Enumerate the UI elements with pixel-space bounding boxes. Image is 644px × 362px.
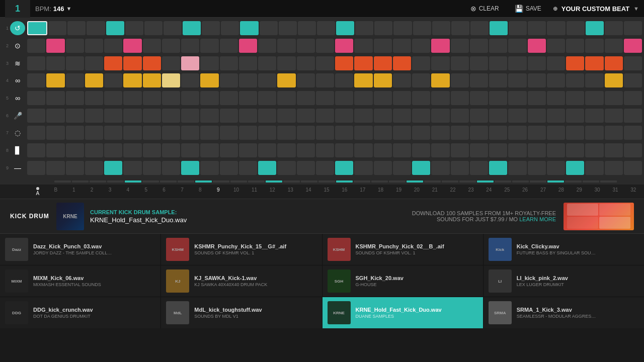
beat-number-29[interactable]: 29 [571, 187, 588, 196]
pad[interactable] [335, 91, 353, 105]
pad[interactable] [605, 39, 623, 53]
pad[interactable] [143, 126, 161, 140]
pad[interactable] [27, 91, 45, 105]
pad[interactable] [162, 39, 180, 53]
pad[interactable] [566, 39, 584, 53]
beat-number-8[interactable]: 8 [192, 187, 209, 196]
pad[interactable] [413, 21, 431, 35]
pad[interactable] [183, 21, 201, 35]
pad[interactable] [143, 161, 161, 175]
pad[interactable] [566, 126, 584, 140]
row-icon-9[interactable]: — [10, 161, 25, 175]
pad[interactable] [336, 21, 354, 35]
beat-number-28[interactable]: 28 [552, 187, 570, 196]
save-button[interactable]: 💾 SAVE [511, 3, 545, 15]
pad[interactable] [605, 56, 623, 70]
pad[interactable] [547, 143, 565, 157]
pad[interactable] [412, 143, 430, 157]
pad[interactable] [181, 91, 199, 105]
pad[interactable] [239, 161, 257, 175]
pad[interactable] [585, 143, 603, 157]
pad[interactable] [585, 56, 603, 70]
pad[interactable] [431, 143, 449, 157]
pad[interactable] [27, 126, 45, 140]
pad[interactable] [605, 143, 623, 157]
pad[interactable] [143, 109, 161, 123]
pad[interactable] [143, 143, 161, 157]
pad[interactable] [181, 126, 199, 140]
pad[interactable] [27, 143, 45, 157]
pad[interactable] [412, 161, 430, 175]
pad[interactable] [374, 143, 392, 157]
pad[interactable] [508, 39, 526, 53]
pad[interactable] [85, 161, 103, 175]
pad[interactable] [46, 126, 64, 140]
beat-number-19[interactable]: 19 [390, 187, 408, 196]
beat-number-5[interactable]: 5 [137, 187, 154, 196]
pad[interactable] [240, 21, 258, 35]
pad[interactable] [566, 143, 584, 157]
beat-name[interactable]: ⊕ YOUR CUSTOM BEAT ▼ [553, 5, 639, 13]
pad[interactable] [451, 91, 469, 105]
pad[interactable] [393, 73, 411, 87]
pad[interactable] [354, 91, 372, 105]
beat-number-32[interactable]: 32 [625, 187, 642, 196]
pad[interactable] [470, 21, 489, 35]
beat-number-B[interactable]: B [47, 187, 64, 196]
pad[interactable] [528, 56, 546, 70]
pad[interactable] [374, 91, 392, 105]
beat-number-24[interactable]: 24 [480, 187, 498, 196]
beat-number-15[interactable]: 15 [318, 187, 335, 196]
pad[interactable] [162, 56, 180, 70]
beat-number-26[interactable]: 26 [517, 187, 534, 196]
pad[interactable] [104, 109, 122, 123]
pad[interactable] [202, 21, 220, 35]
pad[interactable] [85, 56, 103, 70]
beat-number-21[interactable]: 21 [426, 187, 443, 196]
beat-number-30[interactable]: 30 [589, 187, 606, 196]
pad[interactable] [374, 109, 392, 123]
pad[interactable] [374, 21, 392, 35]
pad[interactable] [624, 109, 642, 123]
pad[interactable] [66, 56, 84, 70]
pad[interactable] [393, 39, 411, 53]
pad[interactable] [354, 126, 372, 140]
pad[interactable] [297, 91, 315, 105]
pad[interactable] [66, 109, 84, 123]
pad[interactable] [605, 73, 623, 87]
pad[interactable] [547, 56, 565, 70]
beat-number-10[interactable]: 10 [228, 187, 245, 196]
pad[interactable] [200, 91, 218, 105]
pad[interactable] [220, 109, 238, 123]
pad[interactable] [162, 161, 180, 175]
pad[interactable] [123, 109, 141, 123]
beat-number-4[interactable]: 4 [119, 187, 136, 196]
pad[interactable] [85, 91, 103, 105]
pad[interactable] [181, 109, 199, 123]
pad[interactable] [528, 161, 546, 175]
pad[interactable] [46, 91, 64, 105]
pad[interactable] [528, 109, 546, 123]
sample-item[interactable]: KJKJ_SAWKA_Kick-1.wavKJ SAWKA 40X40X40 D… [161, 265, 321, 297]
pad[interactable] [239, 109, 257, 123]
pad[interactable] [162, 91, 180, 105]
pad[interactable] [316, 161, 334, 175]
pad[interactable] [528, 91, 546, 105]
pad[interactable] [27, 161, 45, 175]
pad[interactable] [123, 56, 141, 70]
sample-item[interactable]: SRMASRMA_1_Kick_3.wavSEAMLESSR - MODULAR… [484, 297, 644, 328]
pad[interactable] [335, 126, 353, 140]
pad[interactable] [258, 56, 276, 70]
pad[interactable] [566, 56, 584, 70]
pad[interactable] [489, 56, 507, 70]
pad[interactable] [123, 126, 141, 140]
pad[interactable] [354, 56, 372, 70]
pad[interactable] [258, 143, 276, 157]
pad[interactable] [451, 161, 469, 175]
pad[interactable] [27, 109, 45, 123]
pad[interactable] [470, 126, 488, 140]
pad[interactable] [220, 56, 238, 70]
row-icon-5[interactable]: ∞ [10, 91, 25, 105]
pad[interactable] [200, 109, 218, 123]
pad[interactable] [162, 73, 180, 87]
